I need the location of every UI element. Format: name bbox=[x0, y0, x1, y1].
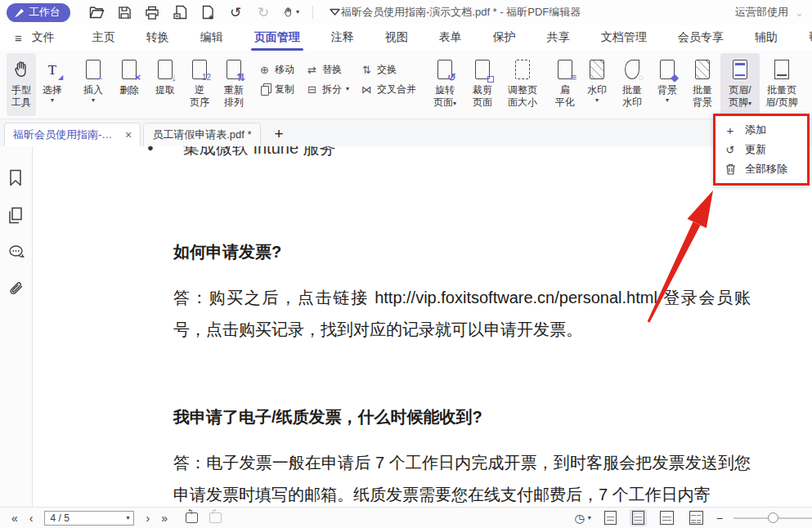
crop-page-icon bbox=[475, 57, 490, 82]
menu-view[interactable]: 视图 bbox=[377, 25, 416, 51]
menu-home[interactable]: 主页 bbox=[84, 25, 123, 51]
batch-background-button[interactable]: 批量 背景 bbox=[684, 53, 720, 116]
bullet-icon: ● bbox=[147, 146, 154, 159]
menu-form[interactable]: 表单 bbox=[431, 25, 470, 51]
previous-view-icon[interactable] bbox=[186, 512, 198, 523]
add-page-icon[interactable] bbox=[200, 4, 216, 20]
swap-page-button[interactable]: ⇅ 交换 bbox=[361, 63, 416, 77]
new-tab-button[interactable]: + bbox=[275, 125, 284, 143]
window-title: 福昕会员使用指南-演示文档.pdf * - 福昕PDF编辑器 bbox=[341, 0, 581, 25]
undo-icon[interactable]: ↺ bbox=[227, 4, 244, 20]
menu-item-remove-all[interactable]: 全部移除 bbox=[716, 159, 807, 179]
menu-accessibility[interactable]: 辅助 bbox=[747, 25, 786, 51]
attachment-icon[interactable] bbox=[8, 282, 25, 298]
insert-page-button[interactable]: ← 插入 ▾ bbox=[75, 53, 111, 116]
save-icon[interactable] bbox=[116, 4, 132, 20]
facing-view-button[interactable] bbox=[657, 509, 676, 526]
split-document-button[interactable]: ⊟ 拆分 ▾ bbox=[306, 83, 349, 96]
caret-down-icon: ▾ bbox=[595, 96, 599, 105]
copy-page-button[interactable]: 复制 bbox=[258, 83, 294, 96]
delete-page-button[interactable]: × 删除 bbox=[111, 53, 147, 116]
pages-icon[interactable] bbox=[8, 207, 25, 223]
plus-icon: + bbox=[724, 123, 737, 137]
account-menu[interactable]: 运营部使用 ⌄ bbox=[735, 0, 804, 25]
extract-page-button[interactable]: ↓ 提取 bbox=[147, 53, 183, 116]
print-icon[interactable] bbox=[144, 4, 160, 20]
caret-down-icon: ▾ bbox=[453, 100, 456, 107]
resize-page-button[interactable]: 调整页 面大小 bbox=[501, 53, 544, 116]
replace-page-button[interactable]: ⇄ 替换 bbox=[306, 63, 349, 77]
hamburger-menu-icon[interactable]: ≡ bbox=[15, 31, 22, 45]
clock-icon: ◷ bbox=[575, 512, 585, 525]
document-paragraph-invoice: 答：购买之后，点击链接 http://vip.foxitsoftware.cn/… bbox=[173, 282, 751, 346]
flatten-button[interactable]: ≡ 扁 平化 bbox=[550, 53, 580, 116]
open-folder-icon[interactable] bbox=[88, 4, 105, 20]
rearrange-button[interactable]: ⇅ 重新 排列 bbox=[216, 53, 252, 116]
account-label: 运营部使用 bbox=[735, 5, 788, 20]
menu-share[interactable]: 共享 bbox=[539, 25, 578, 51]
quick-access-chevron-icon[interactable] bbox=[326, 4, 343, 20]
menu-edit[interactable]: 编辑 bbox=[192, 25, 231, 51]
hand-icon bbox=[12, 57, 30, 82]
navigation-sidebar bbox=[0, 146, 33, 507]
zoom-out-button[interactable]: − bbox=[716, 512, 723, 525]
tab-member-guide[interactable]: 福昕会员使用指南-演... × bbox=[4, 123, 141, 146]
zoom-slider-handle[interactable] bbox=[768, 512, 778, 523]
menu-item-add[interactable]: + 添加 bbox=[716, 120, 807, 140]
cross-merge-button[interactable]: ⋈ 交叉合并 bbox=[361, 83, 416, 96]
workspace-button[interactable]: 工作台 bbox=[7, 3, 70, 22]
bookmark-icon[interactable] bbox=[8, 169, 25, 186]
quill-pen-icon bbox=[14, 7, 25, 18]
comment-icon[interactable] bbox=[8, 244, 25, 261]
tab-leave-request-form[interactable]: 员工请假申请表.pdf * bbox=[143, 123, 260, 146]
export-page-icon[interactable] bbox=[172, 4, 188, 20]
document-page[interactable]: ● 集成微软 Intune 服务 如何申请发票? 答：购买之后，点击链接 htt… bbox=[33, 146, 812, 507]
menu-comment[interactable]: 注释 bbox=[323, 25, 362, 51]
single-page-view-button[interactable] bbox=[602, 509, 619, 526]
rotate-view-button[interactable]: ◷ ▾ bbox=[575, 512, 591, 525]
insert-page-icon: ← bbox=[86, 57, 101, 82]
move-page-button[interactable]: ⊕ 移动 bbox=[258, 63, 294, 77]
watermark-icon bbox=[590, 57, 604, 82]
select-button[interactable]: T 选择 ▾ bbox=[36, 53, 69, 116]
last-page-button[interactable]: » bbox=[161, 512, 168, 525]
background-button[interactable]: ◆ 背景 ▾ bbox=[650, 53, 684, 116]
previous-page-button[interactable]: ‹ bbox=[29, 512, 34, 525]
reverse-order-button[interactable]: 12 逆 页序 bbox=[183, 53, 216, 116]
document-paragraph-delivery: 答：电子发票一般在申请后 7 个工作日内完成开票，到时客服会把发票发送到您申请发… bbox=[173, 447, 751, 507]
hand-tool-button[interactable]: 手型 工具 bbox=[7, 53, 36, 116]
bates-number-button[interactable]: 贝 数 bbox=[804, 53, 812, 116]
menu-protect[interactable]: 保护 bbox=[485, 25, 524, 51]
caret-down-icon: ▾ bbox=[666, 96, 669, 105]
menu-page-management[interactable]: 页面管理 bbox=[246, 25, 308, 51]
facing-page-icon bbox=[660, 511, 674, 525]
close-icon[interactable]: × bbox=[125, 128, 132, 141]
watermark-button[interactable]: 水印 ▾ bbox=[580, 53, 614, 116]
menu-convert[interactable]: 转换 bbox=[138, 25, 177, 51]
continuous-view-button[interactable] bbox=[630, 509, 647, 526]
header-footer-button[interactable]: 页眉/ 页脚▾ bbox=[720, 53, 760, 116]
zoom-slider[interactable] bbox=[733, 517, 812, 519]
caret-down-icon: ▾ bbox=[588, 514, 591, 522]
next-page-button[interactable]: › bbox=[146, 512, 150, 525]
document-heading-invoice: 如何申请发票? bbox=[173, 241, 281, 263]
menu-doc-management[interactable]: 文档管理 bbox=[593, 25, 655, 51]
rotate-page-button[interactable]: ↺ 旋转 页面▾ bbox=[426, 53, 464, 116]
header-footer-icon bbox=[733, 57, 747, 82]
menu-help[interactable]: 帮助 bbox=[801, 25, 812, 51]
hand-gesture-icon[interactable]: ▾ bbox=[283, 4, 299, 20]
batch-header-footer-icon bbox=[774, 57, 789, 82]
crop-page-button[interactable]: 裁剪 页面 bbox=[464, 53, 501, 116]
document-bullet-line: ● 集成微软 Intune 服务 bbox=[147, 146, 336, 159]
menu-member-exclusive[interactable]: 会员专享 bbox=[670, 25, 732, 51]
menu-file[interactable]: 文件 bbox=[24, 25, 63, 51]
batch-header-footer-button[interactable]: 批量页 眉/页脚 bbox=[760, 53, 804, 116]
first-page-button[interactable]: « bbox=[11, 512, 18, 525]
copy-icon bbox=[258, 83, 271, 96]
facing-continuous-view-button[interactable] bbox=[687, 509, 706, 526]
batch-watermark-button[interactable]: ◌ 批量 水印 bbox=[614, 53, 650, 116]
menu-item-update[interactable]: ↺ 更新 bbox=[716, 140, 807, 159]
title-bar: 工作台 ↺ ↻ ▾ 福昕会员使用指南-演示文档.pdf * - 福昕PDF编辑器… bbox=[0, 0, 812, 25]
page-number-input[interactable]: 4 / 5 ▾ bbox=[44, 511, 134, 526]
status-bar: « ‹ 4 / 5 ▾ › » ◷ ▾ − bbox=[0, 507, 812, 528]
